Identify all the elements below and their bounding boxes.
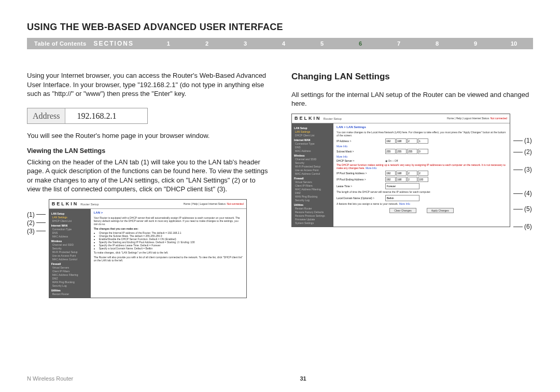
nav-section-6[interactable]: 6 [341, 40, 380, 47]
note-2: The Router will also provide you with a … [94, 256, 243, 262]
viewing-lan-heading: Viewing the LAN Settings [27, 147, 269, 156]
nav-section-2[interactable]: 2 [188, 40, 226, 47]
callout: (4) [513, 189, 532, 198]
nav-section-1[interactable]: 1 [149, 40, 188, 47]
callout: (2) [513, 148, 532, 156]
page-title: USING THE WEB-BASED ADVANCED USER INTERF… [27, 22, 533, 33]
nav-sections-label: SECTIONS [94, 40, 149, 47]
brand-sub: Router Setup [80, 203, 99, 206]
changing-lan-paragraph: All settings for the internal LAN setup … [291, 90, 533, 108]
changing-lan-heading: Changing LAN Settings [291, 71, 533, 83]
lan-description: Your Router is equipped with a DHCP serv… [94, 216, 243, 226]
intro-paragraph: Using your Internet browser, you can acc… [27, 71, 269, 99]
section-nav-bar: Table of Contents SECTIONS 12345678910 [27, 38, 533, 49]
callout: (2) [27, 219, 46, 227]
address-value: 192.168.2.1 [65, 108, 147, 124]
callout: (3) [27, 227, 46, 235]
nav-section-9[interactable]: 9 [456, 40, 495, 47]
router-sidebar: LAN SetupLAN SettingsDHCP Client ListInt… [292, 123, 333, 227]
nav-section-8[interactable]: 8 [418, 40, 456, 47]
header-links: Home | Help | Logout Internet Status: No… [184, 202, 244, 205]
nav-section-7[interactable]: 7 [380, 40, 418, 47]
nav-section-3[interactable]: 3 [226, 40, 264, 47]
address-label: Address [27, 108, 65, 124]
viewing-lan-paragraph: Clicking on the header of the LAN tab (1… [27, 158, 269, 194]
footer-product: N Wireless Router [27, 375, 73, 382]
callout: (1) [513, 136, 532, 145]
header-links: Home | Help | Logout Internet Status: No… [447, 117, 507, 120]
router-lan-settings-screenshot: BELKINRouter Setup Home | Help | Logout … [291, 114, 510, 227]
callout: (3) [513, 165, 532, 174]
changes-list: Change the Internal IP address of the Ro… [99, 231, 243, 250]
nav-section-5[interactable]: 5 [303, 40, 341, 47]
changes-sub: The changes that you can make are: [94, 227, 243, 230]
router-sidebar: LAN SetupLAN SettingsDHCP Client ListInt… [49, 209, 91, 298]
nav-section-4[interactable]: 4 [264, 40, 303, 47]
page-number: 31 [300, 375, 306, 382]
nav-section-10[interactable]: 10 [495, 40, 533, 47]
callout: (6) [513, 222, 532, 231]
note-1: To make changes, click "LAN Settings" on… [94, 251, 243, 254]
nav-toc[interactable]: Table of Contents [27, 40, 94, 47]
address-bar-illustration: Address 192.168.2.1 [27, 108, 148, 124]
brand-logo: BELKIN [52, 201, 79, 206]
brand-sub: Router Setup [324, 117, 342, 120]
homepage-note: You will see the Router's home page in y… [27, 131, 269, 141]
brand-logo: BELKIN [295, 116, 321, 121]
breadcrumb: LAN > [94, 211, 243, 215]
callout: (5) [513, 205, 532, 213]
callout: (1) [27, 211, 46, 219]
router-lan-screenshot: BELKINRouter Setup Home | Help | Logout … [49, 199, 247, 298]
